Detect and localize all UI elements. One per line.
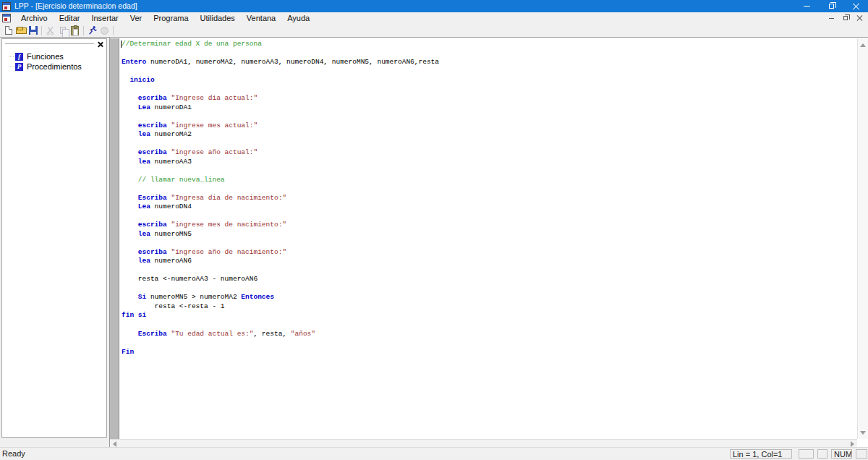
code-line[interactable]: escriba "Ingrese dia actual:": [122, 94, 857, 103]
code-line[interactable]: [122, 212, 857, 221]
scroll-left-icon[interactable]: [113, 441, 116, 447]
code-line[interactable]: [122, 49, 857, 59]
vertical-scrollbar[interactable]: [857, 38, 868, 439]
funciones-icon: f: [15, 53, 23, 61]
code-line[interactable]: [122, 166, 857, 176]
menu-archivo[interactable]: Archivo: [15, 13, 54, 23]
text-caret: [121, 41, 122, 48]
code-line[interactable]: [122, 140, 857, 149]
code-line[interactable]: [122, 67, 857, 77]
procedimientos-icon: P: [15, 63, 23, 71]
code-line[interactable]: fin si: [122, 311, 857, 320]
panel-close-button[interactable]: [96, 41, 104, 48]
code-line[interactable]: [122, 338, 857, 348]
menu-programa[interactable]: Programa: [148, 13, 194, 23]
open-file-button[interactable]: [14, 25, 27, 36]
new-file-button[interactable]: [2, 25, 14, 36]
mdi-restore-button[interactable]: [838, 13, 852, 23]
save-icon: [29, 26, 38, 35]
menu-insertar[interactable]: Insertar: [85, 13, 124, 23]
tree-line: [9, 67, 14, 67]
tree-item-label: Funciones: [27, 52, 64, 61]
code-line[interactable]: resta <-resta - 1: [122, 302, 857, 312]
code-line[interactable]: resta <-numeroAA3 - numeroAN6: [122, 275, 857, 284]
menu-items: ArchivoEditarInsertarVerProgramaUtilidad…: [15, 14, 315, 22]
code-line[interactable]: lea numeroAA3: [122, 158, 857, 167]
code-line[interactable]: //Determinar edad X de una persona: [122, 40, 857, 49]
restore-button[interactable]: [819, 0, 843, 12]
workspace-panel: fFuncionesPProcedimientos: [1, 38, 107, 438]
mdi-restore-icon: [843, 16, 848, 20]
cut-icon: [46, 26, 55, 35]
menu-utilidades[interactable]: Utilidades: [195, 13, 241, 23]
menu-ver[interactable]: Ver: [124, 13, 148, 23]
code-line[interactable]: escriba "ingrese mes de nacimiento:": [122, 221, 857, 230]
stop-button[interactable]: [98, 25, 111, 36]
close-icon: [853, 3, 859, 9]
app-icon: [2, 2, 11, 11]
mdi-close-icon: [856, 15, 862, 21]
workspace-tree: fFuncionesPProcedimientos: [2, 49, 106, 72]
paste-button[interactable]: [69, 25, 81, 36]
code-line[interactable]: lea numeroMA2: [122, 130, 857, 140]
code-line[interactable]: inicio: [122, 76, 857, 85]
scroll-up-icon[interactable]: [860, 43, 866, 47]
minimize-button[interactable]: [794, 0, 819, 12]
code-line[interactable]: Entero numeroDA1, numeroMA2, numeroAA3, …: [122, 58, 857, 67]
main-area: fFuncionesPProcedimientos //Determinar e…: [0, 37, 868, 447]
close-button[interactable]: [843, 0, 868, 12]
scroll-right-icon[interactable]: [851, 441, 854, 447]
mdi-close-button[interactable]: [852, 13, 866, 23]
cut-button[interactable]: [44, 25, 56, 36]
title-bar: LPP - [Ejercisio determinacion edad]: [0, 0, 868, 12]
stop-icon: [101, 27, 109, 35]
code-line[interactable]: Si numeroMN5 > numeroMA2 Entonces: [122, 293, 857, 302]
code-line[interactable]: [122, 85, 857, 95]
code-line[interactable]: [122, 284, 857, 294]
toolbar-separator: [41, 26, 42, 35]
num-lock-indicator: NUM: [831, 449, 852, 459]
code-line[interactable]: escriba "ingrese mes actual:": [122, 122, 857, 131]
code-line[interactable]: Lea numeroDN4: [122, 203, 857, 212]
status-message: Ready: [2, 449, 25, 458]
toolbar-separator: [113, 26, 114, 35]
code-line[interactable]: // llamar nueva_linea: [122, 176, 857, 185]
code-line[interactable]: [122, 112, 857, 122]
menu-editar[interactable]: Editar: [54, 13, 86, 23]
horizontal-scrollbar[interactable]: [110, 439, 857, 447]
status-panel-empty: [799, 449, 814, 459]
mdi-minimize-button[interactable]: [825, 13, 838, 23]
panel-gripper[interactable]: [5, 42, 94, 44]
code-line[interactable]: [122, 184, 857, 194]
code-line[interactable]: Escriba "Tu edad actual es:", resta, "añ…: [122, 330, 857, 339]
tree-line: [9, 56, 14, 57]
code-line[interactable]: lea numeroMN5: [122, 230, 857, 239]
run-program-icon: [88, 25, 98, 35]
code-line[interactable]: Lea numeroDA1: [122, 103, 857, 113]
copy-button[interactable]: [56, 25, 69, 36]
code-line[interactable]: Escriba "Ingresa dia de nacimiento:": [122, 194, 857, 203]
tree-item-procedimientos[interactable]: PProcedimientos: [2, 61, 106, 72]
code-line[interactable]: [122, 320, 857, 330]
menu-ventana[interactable]: Ventana: [241, 13, 281, 23]
toolbar: [0, 24, 868, 37]
code-line[interactable]: escriba "ingrese año actual:": [122, 148, 857, 158]
menu-bar: ArchivoEditarInsertarVerProgramaUtilidad…: [0, 12, 868, 24]
code-line[interactable]: escriba "ingrese año de nacimiento:": [122, 248, 857, 257]
lpp-window: LPP - [Ejercisio determinacion edad] Arc…: [0, 0, 868, 460]
document-icon[interactable]: [2, 14, 11, 22]
tree-item-label: Procedimientos: [27, 62, 82, 71]
run-program-button[interactable]: [86, 25, 98, 36]
status-panel-empty: [817, 449, 827, 459]
code-line[interactable]: [122, 239, 857, 248]
menu-ayuda[interactable]: Ayuda: [281, 13, 315, 23]
scroll-down-icon[interactable]: [860, 431, 866, 435]
tree-item-funciones[interactable]: fFunciones: [2, 51, 106, 61]
code-area[interactable]: //Determinar edad X de una persona Enter…: [120, 38, 857, 439]
code-line[interactable]: lea numeroAN6: [122, 257, 857, 266]
toolbar-separator: [83, 26, 84, 35]
save-button[interactable]: [27, 25, 39, 36]
code-line[interactable]: [122, 266, 857, 276]
paste-icon: [71, 26, 79, 35]
code-line[interactable]: Fin: [122, 348, 857, 357]
